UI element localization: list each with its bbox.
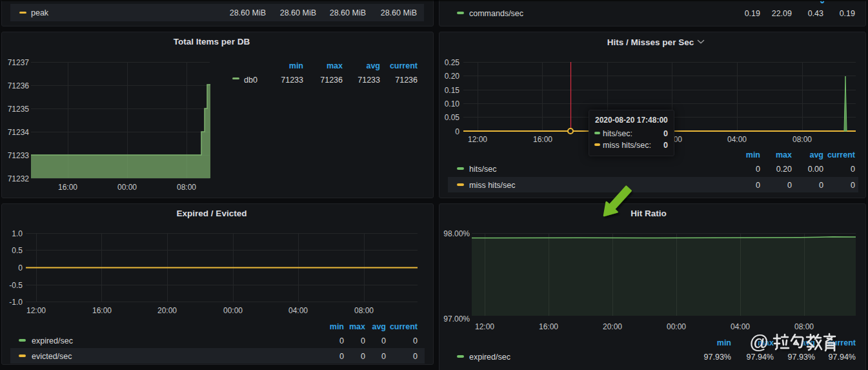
svg-text:@: @ <box>749 331 769 353</box>
